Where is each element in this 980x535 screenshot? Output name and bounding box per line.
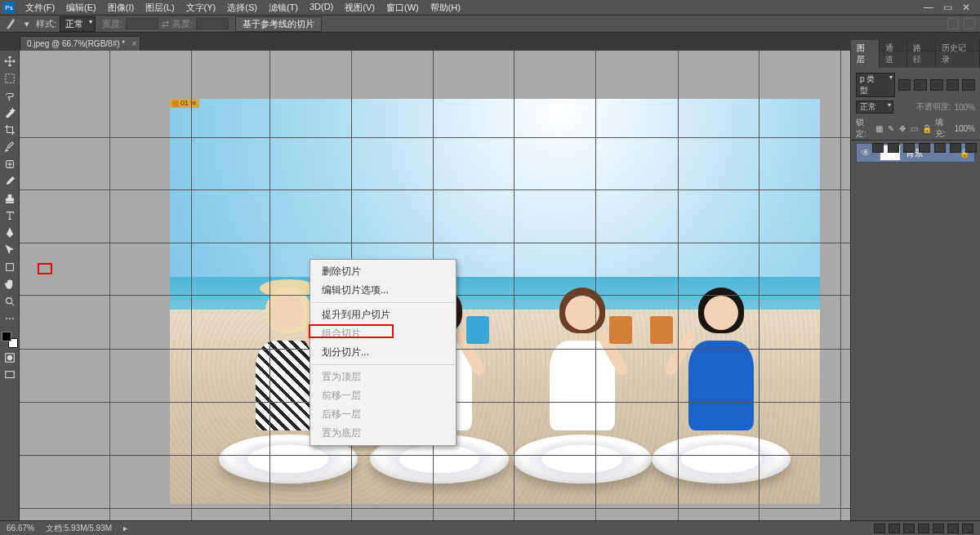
sb-icon[interactable] <box>889 524 900 533</box>
lock-all-icon[interactable]: 🔒 <box>922 123 932 133</box>
shape-tool[interactable] <box>2 260 18 274</box>
menu-图层(L)[interactable]: 图层(L) <box>140 0 180 16</box>
guide-horizontal[interactable] <box>20 189 850 190</box>
link-layers-icon[interactable] <box>872 143 884 153</box>
lock-pos-icon[interactable]: ✥ <box>898 123 906 133</box>
swap-icon[interactable]: ⇄ <box>162 19 169 29</box>
healing-tool[interactable] <box>2 157 18 172</box>
menu-窗口(W)[interactable]: 窗口(W) <box>381 0 425 16</box>
layers-panel-tabs: 图层通道路径历史记录 <box>851 51 980 68</box>
filter-pixel-icon[interactable] <box>898 79 911 91</box>
type-tool[interactable] <box>2 208 18 223</box>
lock-paint-icon[interactable]: ✎ <box>887 123 895 133</box>
zoom-tool[interactable] <box>2 294 18 309</box>
guide-vertical[interactable] <box>270 51 270 520</box>
document-tab[interactable]: 0.jpeg @ 66.7%(RGB/8#) * × <box>20 36 140 51</box>
opt-icon-1[interactable] <box>947 18 959 29</box>
width-input[interactable] <box>126 18 158 29</box>
edit-toolbar[interactable]: ⋯ <box>2 311 18 326</box>
eyedropper-tool[interactable] <box>2 140 18 154</box>
sb-icon[interactable] <box>918 524 929 533</box>
style-select[interactable]: 正常 <box>60 16 96 32</box>
guide-horizontal[interactable] <box>20 508 850 509</box>
svg-rect-2 <box>6 264 13 271</box>
delete-layer-icon[interactable] <box>965 143 977 153</box>
opt-icon-2[interactable] <box>964 18 975 29</box>
context-item-组合切片: 组合切片 <box>310 324 456 343</box>
path-select-tool[interactable] <box>2 243 18 257</box>
menu-文字(Y)[interactable]: 文字(Y) <box>180 0 222 16</box>
menu-滤镜(T)[interactable]: 滤镜(T) <box>263 0 304 16</box>
menu-文件(F)[interactable]: 文件(F) <box>20 0 60 16</box>
quick-mask[interactable] <box>2 350 18 365</box>
guide-vertical[interactable] <box>678 51 679 520</box>
panel-tab-路径[interactable]: 路径 <box>907 40 936 68</box>
menu-图像(I)[interactable]: 图像(I) <box>102 0 140 16</box>
height-label: 高度: <box>172 18 193 30</box>
layer-kind-select[interactable]: p 类型 <box>856 73 895 97</box>
sb-icon[interactable] <box>874 524 885 533</box>
context-item-划分切片...[interactable]: 划分切片... <box>310 343 456 362</box>
fx-icon[interactable] <box>888 143 899 153</box>
panel-tab-历史记录[interactable]: 历史记录 <box>936 40 980 68</box>
guide-vertical[interactable] <box>759 51 760 520</box>
menu-3D(D)[interactable]: 3D(D) <box>304 0 339 16</box>
crop-tool[interactable] <box>2 123 18 137</box>
adjustment-icon[interactable] <box>919 143 930 153</box>
sb-icon[interactable] <box>962 524 973 533</box>
screen-mode[interactable] <box>2 368 18 382</box>
sb-icon[interactable] <box>947 524 959 533</box>
tab-close-icon[interactable]: × <box>131 39 136 48</box>
lasso-tool[interactable] <box>2 88 18 103</box>
sb-icon[interactable] <box>903 524 915 533</box>
minimize-button[interactable]: — <box>924 2 933 13</box>
panel-tab-图层[interactable]: 图层 <box>851 40 880 68</box>
slice-from-guides-button[interactable]: 基于参考线的切片 <box>235 16 322 32</box>
hand-tool[interactable] <box>2 277 18 292</box>
guide-vertical[interactable] <box>595 51 596 520</box>
context-item-编辑切片选项...[interactable]: 编辑切片选项... <box>310 281 456 300</box>
guide-horizontal[interactable] <box>20 455 850 456</box>
context-item-提升到用户切片[interactable]: 提升到用户切片 <box>310 305 456 324</box>
lock-trans-icon[interactable]: ▦ <box>875 123 884 133</box>
doc-info[interactable]: 文档:5.93M/5.93M <box>46 523 112 534</box>
filter-smart-icon[interactable] <box>962 79 975 91</box>
guide-vertical[interactable] <box>191 51 192 520</box>
context-item-删除切片[interactable]: 删除切片 <box>310 262 456 281</box>
panel-tab-通道[interactable]: 通道 <box>880 40 908 68</box>
move-tool[interactable] <box>2 54 18 69</box>
blend-mode-select[interactable]: 正常 <box>856 100 893 114</box>
mask-icon[interactable] <box>903 143 915 153</box>
opacity-value[interactable]: 100% <box>954 103 975 112</box>
marquee-tool[interactable] <box>2 71 18 86</box>
lock-nest-icon[interactable]: ▭ <box>911 123 919 133</box>
guide-vertical[interactable] <box>514 51 514 520</box>
wand-tool[interactable] <box>2 105 18 120</box>
brush-tool[interactable] <box>2 174 18 189</box>
new-layer-icon[interactable] <box>950 143 961 153</box>
sb-icon[interactable] <box>933 524 944 533</box>
canvas[interactable]: 01⥢ 删除切片编辑切片选项...提升到用户切片组合切片划分切片...置为顶层前… <box>20 51 851 520</box>
restore-button[interactable]: ▭ <box>943 2 952 13</box>
filter-type-icon[interactable] <box>930 79 943 91</box>
pen-tool[interactable] <box>2 225 18 240</box>
height-input[interactable] <box>196 18 229 29</box>
guide-horizontal[interactable] <box>20 243 850 243</box>
guide-vertical[interactable] <box>840 51 841 520</box>
guide-horizontal[interactable] <box>20 137 850 138</box>
close-button[interactable]: ✕ <box>962 2 970 13</box>
color-swatches[interactable] <box>2 332 18 348</box>
menu-选择(S)[interactable]: 选择(S) <box>221 0 263 16</box>
stamp-tool[interactable] <box>2 191 18 206</box>
guide-vertical[interactable] <box>109 51 110 520</box>
window-controls: — ▭ ✕ <box>924 2 977 13</box>
menu-视图(V)[interactable]: 视图(V) <box>339 0 381 16</box>
panels: 图层通道路径历史记录 p 类型 正常 不透明度: 100% 锁定: <box>851 51 980 520</box>
zoom-level[interactable]: 66.67% <box>7 524 34 533</box>
fill-value[interactable]: 100% <box>954 124 975 133</box>
filter-shape-icon[interactable] <box>947 79 960 91</box>
menu-编辑(E)[interactable]: 编辑(E) <box>60 0 102 16</box>
filter-adjust-icon[interactable] <box>914 79 927 91</box>
group-icon[interactable] <box>934 143 946 153</box>
menu-帮助(H)[interactable]: 帮助(H) <box>425 0 466 16</box>
